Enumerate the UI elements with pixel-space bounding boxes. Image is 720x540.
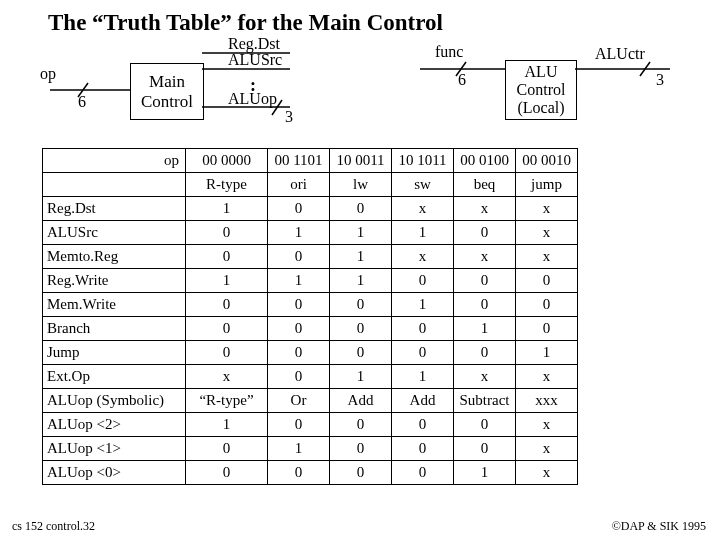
table-cell: 1 bbox=[454, 317, 516, 341]
table-row: ALUop <0>00001x bbox=[43, 461, 578, 485]
table-cell: Subtract bbox=[454, 389, 516, 413]
table-cell: x bbox=[454, 365, 516, 389]
table-cell: x bbox=[454, 245, 516, 269]
table-row: Jump000001 bbox=[43, 341, 578, 365]
table-cell: 1 bbox=[392, 365, 454, 389]
func-label: func bbox=[435, 43, 463, 61]
aluctr-label: ALUctr bbox=[595, 45, 645, 63]
table-cell: 1 bbox=[454, 461, 516, 485]
row-header: ALUop <2> bbox=[43, 413, 186, 437]
table-row: Mem.Write000100 bbox=[43, 293, 578, 317]
table-cell: lw bbox=[330, 173, 392, 197]
truth-table: op00 000000 110110 001110 101100 010000 … bbox=[42, 148, 578, 485]
table-cell: 0 bbox=[330, 437, 392, 461]
table-cell: x bbox=[516, 245, 578, 269]
alusrc-label: ALUSrc bbox=[228, 51, 282, 69]
page-title: The “Truth Table” for the Main Control bbox=[48, 10, 443, 36]
main-control-line2: Control bbox=[141, 92, 193, 112]
table-cell: 0 bbox=[454, 293, 516, 317]
aluctr-width: 3 bbox=[656, 71, 664, 89]
table-cell: xxx bbox=[516, 389, 578, 413]
table-row: Reg.Dst100xxx bbox=[43, 197, 578, 221]
table-cell: 0 bbox=[516, 269, 578, 293]
table-cell: x bbox=[392, 197, 454, 221]
row-header: Branch bbox=[43, 317, 186, 341]
main-control-box: Main Control bbox=[130, 63, 204, 120]
table-cell: 0 bbox=[268, 197, 330, 221]
table-cell: 0 bbox=[454, 341, 516, 365]
func-width: 6 bbox=[458, 71, 466, 89]
table-cell: 1 bbox=[268, 437, 330, 461]
table-cell: x bbox=[454, 197, 516, 221]
table-row: R-typeorilwswbeqjump bbox=[43, 173, 578, 197]
table-cell: sw bbox=[392, 173, 454, 197]
table-cell: x bbox=[516, 461, 578, 485]
aluop-width: 3 bbox=[285, 108, 293, 126]
table-cell: beq bbox=[454, 173, 516, 197]
row-header: Reg.Write bbox=[43, 269, 186, 293]
table-cell: 0 bbox=[186, 221, 268, 245]
table-cell: x bbox=[516, 365, 578, 389]
table-row: Ext.Opx011xx bbox=[43, 365, 578, 389]
table-cell: 00 0100 bbox=[454, 149, 516, 173]
table-cell: 00 1101 bbox=[268, 149, 330, 173]
table-cell: 0 bbox=[268, 317, 330, 341]
alu-control-line3: (Local) bbox=[517, 99, 564, 117]
table-row: ALUop <2>10000x bbox=[43, 413, 578, 437]
table-row: ALUop (Symbolic)“R-type”OrAddAddSubtract… bbox=[43, 389, 578, 413]
row-header: op bbox=[43, 149, 186, 173]
table-cell: 0 bbox=[392, 317, 454, 341]
alu-control-line2: Control bbox=[517, 81, 566, 99]
table-cell: 0 bbox=[268, 413, 330, 437]
table-cell: 1 bbox=[330, 245, 392, 269]
table-cell: 1 bbox=[268, 221, 330, 245]
table-cell: 10 1011 bbox=[392, 149, 454, 173]
table-cell: 1 bbox=[392, 293, 454, 317]
table-cell: 1 bbox=[268, 269, 330, 293]
table-cell: 0 bbox=[454, 437, 516, 461]
op-label: op bbox=[40, 65, 56, 83]
table-row: Memto.Reg001xxx bbox=[43, 245, 578, 269]
row-header: Ext.Op bbox=[43, 365, 186, 389]
table-cell: R-type bbox=[186, 173, 268, 197]
table-cell: 1 bbox=[330, 269, 392, 293]
table-cell: x bbox=[516, 197, 578, 221]
control-diagram: op 6 Main Control Reg.Dst ALUSrc : ALUop… bbox=[40, 45, 680, 145]
table-cell: 1 bbox=[330, 365, 392, 389]
table-cell: 0 bbox=[330, 413, 392, 437]
table-cell: 0 bbox=[330, 293, 392, 317]
table-cell: Or bbox=[268, 389, 330, 413]
table-cell: 0 bbox=[330, 317, 392, 341]
row-header: Jump bbox=[43, 341, 186, 365]
aluop-label: ALUop bbox=[228, 90, 277, 108]
table-cell: x bbox=[516, 221, 578, 245]
table-row: ALUop <1>01000x bbox=[43, 437, 578, 461]
table-cell: 0 bbox=[392, 341, 454, 365]
table-cell: 0 bbox=[186, 461, 268, 485]
table-cell: 0 bbox=[516, 293, 578, 317]
row-header: ALUop (Symbolic) bbox=[43, 389, 186, 413]
table-cell: 0 bbox=[454, 221, 516, 245]
table-cell: 0 bbox=[186, 245, 268, 269]
table-row: Branch000010 bbox=[43, 317, 578, 341]
table-cell: 0 bbox=[330, 461, 392, 485]
table-cell: 0 bbox=[392, 413, 454, 437]
table-cell: 0 bbox=[268, 341, 330, 365]
table-row: Reg.Write111000 bbox=[43, 269, 578, 293]
table-cell: 0 bbox=[186, 437, 268, 461]
row-header: Reg.Dst bbox=[43, 197, 186, 221]
alu-control-line1: ALU bbox=[525, 63, 558, 81]
table-cell: 1 bbox=[392, 221, 454, 245]
table-cell: 0 bbox=[392, 269, 454, 293]
table-cell: 0 bbox=[186, 317, 268, 341]
table-cell: “R-type” bbox=[186, 389, 268, 413]
table-cell: ori bbox=[268, 173, 330, 197]
table-cell: 0 bbox=[186, 341, 268, 365]
table-cell: 1 bbox=[516, 341, 578, 365]
table-cell: x bbox=[516, 413, 578, 437]
table-row: ALUSrc01110x bbox=[43, 221, 578, 245]
table-cell: 1 bbox=[186, 197, 268, 221]
table-cell: 0 bbox=[392, 437, 454, 461]
table-cell: 10 0011 bbox=[330, 149, 392, 173]
table-cell: 0 bbox=[268, 365, 330, 389]
